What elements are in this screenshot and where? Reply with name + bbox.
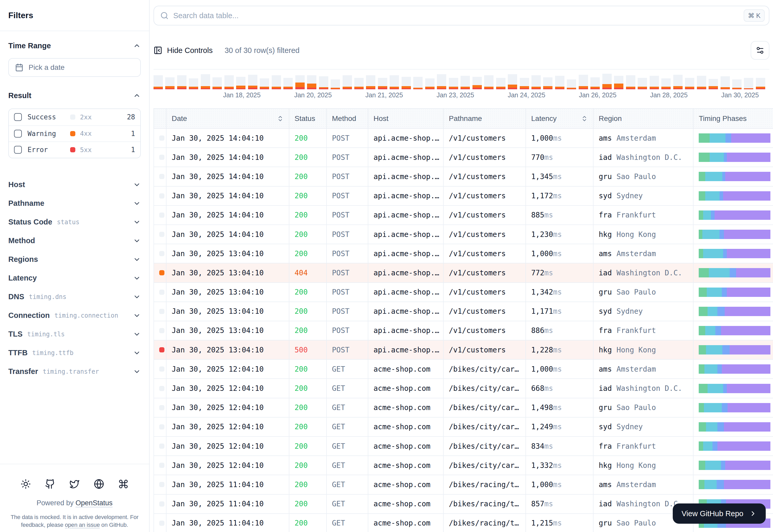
histogram-bar[interactable] — [591, 77, 600, 89]
table-row[interactable]: Jan 30, 2025 14:04:10 200 POST api.acme-… — [154, 148, 773, 167]
table-row[interactable]: Jan 30, 2025 13:04:10 404 POST api.acme-… — [154, 263, 773, 282]
histogram-bar[interactable] — [248, 75, 258, 89]
histogram-bar[interactable] — [366, 75, 375, 89]
histogram-bar[interactable] — [307, 75, 316, 89]
histogram-bar[interactable] — [437, 74, 446, 89]
histogram-bar[interactable] — [201, 74, 210, 89]
filter-accordion-transfer[interactable]: Transfertiming.transfer — [8, 362, 141, 381]
histogram-bar[interactable] — [520, 78, 529, 89]
table-row[interactable]: Jan 30, 2025 12:04:10 200 GET acme-shop.… — [154, 379, 773, 398]
filter-accordion-tls[interactable]: TLStiming.tls — [8, 325, 141, 344]
table-row[interactable]: Jan 30, 2025 13:04:10 200 POST api.acme-… — [154, 244, 773, 263]
histogram-bar[interactable] — [319, 76, 328, 89]
filter-accordion-status-code[interactable]: Status Codestatus — [8, 213, 141, 231]
filter-accordion-latency[interactable]: Latency — [8, 269, 141, 288]
search-input[interactable]: Search data table... ⌘ K — [153, 6, 769, 25]
histogram-bar[interactable] — [721, 76, 730, 89]
histogram-bar[interactable] — [673, 75, 683, 89]
histogram-bar[interactable] — [579, 75, 588, 89]
histogram-bar[interactable] — [614, 76, 624, 89]
histogram-bar[interactable] — [543, 77, 552, 89]
histogram-bar[interactable] — [732, 79, 742, 89]
histogram-bar[interactable] — [378, 78, 387, 89]
histogram-bar[interactable] — [697, 76, 706, 89]
histogram-bar[interactable] — [425, 78, 435, 89]
result-option-success[interactable]: Success 2xx 28 — [9, 109, 140, 125]
view-github-repo-button[interactable]: View GitHub Repo — [673, 503, 766, 524]
table-row[interactable]: Jan 30, 2025 12:04:10 200 GET acme-shop.… — [154, 436, 773, 456]
histogram-bar[interactable] — [236, 77, 246, 89]
table-row[interactable]: Jan 30, 2025 13:04:10 200 POST api.acme-… — [154, 302, 773, 321]
open-issue-link[interactable]: open an issue — [65, 522, 100, 528]
sort-icon[interactable] — [277, 115, 284, 122]
table-row[interactable]: Jan 30, 2025 11:04:10 200 GET acme-shop.… — [154, 475, 773, 494]
histogram-bar[interactable] — [638, 78, 647, 89]
checkbox[interactable] — [14, 130, 22, 138]
checkbox[interactable] — [14, 146, 22, 154]
date-picker-input[interactable]: Pick a date — [8, 58, 141, 77]
filter-accordion-pathname[interactable]: Pathname — [8, 194, 141, 213]
histogram-bar[interactable] — [709, 79, 718, 89]
filter-accordion-ttfb[interactable]: TTFBtiming.ttfb — [8, 344, 141, 362]
histogram-bar[interactable] — [626, 75, 635, 89]
table-row[interactable]: Jan 30, 2025 12:04:10 200 GET acme-shop.… — [154, 359, 773, 379]
sort-icon[interactable] — [581, 115, 588, 122]
view-options-button[interactable] — [751, 41, 769, 60]
histogram-bar[interactable] — [496, 78, 505, 89]
twitter-icon[interactable] — [69, 479, 80, 489]
globe-icon[interactable] — [94, 479, 104, 489]
histogram-bar[interactable] — [343, 75, 352, 89]
hide-controls-button[interactable]: Hide Controls — [153, 46, 213, 55]
histogram-bar[interactable] — [177, 75, 186, 89]
filter-accordion-dns[interactable]: DNStiming.dns — [8, 288, 141, 306]
col-latency[interactable]: Latency — [526, 108, 593, 128]
histogram-bar[interactable] — [661, 78, 671, 89]
histogram-bar[interactable] — [402, 77, 411, 89]
histogram-bar[interactable] — [283, 78, 293, 89]
histogram-bar[interactable] — [531, 75, 541, 89]
histogram-bar[interactable] — [650, 76, 659, 89]
table-row[interactable]: Jan 30, 2025 14:04:10 200 POST api.acme-… — [154, 186, 773, 206]
section-time-range[interactable]: Time Range — [8, 36, 141, 56]
histogram-bar[interactable] — [484, 75, 493, 89]
histogram-bar[interactable] — [413, 77, 423, 89]
histogram-bar[interactable] — [189, 78, 198, 89]
result-option-error[interactable]: Error 5xx 1 — [9, 141, 140, 158]
table-row[interactable]: Jan 30, 2025 14:04:10 200 POST api.acme-… — [154, 206, 773, 225]
histogram-bar[interactable] — [602, 74, 612, 89]
histogram-bar[interactable] — [508, 74, 517, 89]
section-result[interactable]: Result — [8, 86, 141, 105]
table-row[interactable]: Jan 30, 2025 12:04:10 200 GET acme-shop.… — [154, 398, 773, 417]
table-row[interactable]: Jan 30, 2025 12:04:10 200 GET acme-shop.… — [154, 417, 773, 436]
histogram-bar[interactable] — [555, 76, 564, 89]
checkbox[interactable] — [14, 113, 22, 121]
histogram-bars[interactable] — [153, 74, 769, 89]
command-icon[interactable] — [118, 479, 128, 489]
histogram-bar[interactable] — [165, 77, 174, 89]
histogram-bar[interactable] — [756, 78, 765, 89]
table-row[interactable]: Jan 30, 2025 13:04:10 500 POST api.acme-… — [154, 340, 773, 359]
histogram-bar[interactable] — [260, 78, 269, 89]
histogram-bar[interactable] — [354, 78, 364, 89]
histogram-bar[interactable] — [295, 75, 305, 89]
histogram-bar[interactable] — [472, 77, 482, 89]
histogram-bar[interactable] — [744, 78, 753, 89]
histogram-bar[interactable] — [390, 75, 399, 89]
histogram-bar[interactable] — [331, 79, 340, 89]
filter-accordion-connection[interactable]: Connectiontiming.connection — [8, 306, 141, 325]
filter-accordion-regions[interactable]: Regions — [8, 250, 141, 269]
result-option-warning[interactable]: Warning 4xx 1 — [9, 125, 140, 142]
filter-accordion-host[interactable]: Host — [8, 175, 141, 194]
sun-icon[interactable] — [21, 479, 31, 489]
openstatus-link[interactable]: OpenStatus — [76, 499, 113, 507]
table-row[interactable]: Jan 30, 2025 13:04:10 200 POST api.acme-… — [154, 321, 773, 340]
histogram-bar[interactable] — [272, 75, 281, 89]
histogram-bar[interactable] — [567, 79, 576, 89]
table-row[interactable]: Jan 30, 2025 13:04:10 200 POST api.acme-… — [154, 283, 773, 302]
histogram-bar[interactable] — [225, 75, 234, 89]
histogram-bar[interactable] — [685, 78, 694, 89]
histogram-bar[interactable] — [213, 77, 222, 89]
table-row[interactable]: Jan 30, 2025 14:04:10 200 POST api.acme-… — [154, 225, 773, 244]
col-date[interactable]: Date — [166, 108, 289, 128]
table-row[interactable]: Jan 30, 2025 14:04:10 200 POST api.acme-… — [154, 128, 773, 148]
